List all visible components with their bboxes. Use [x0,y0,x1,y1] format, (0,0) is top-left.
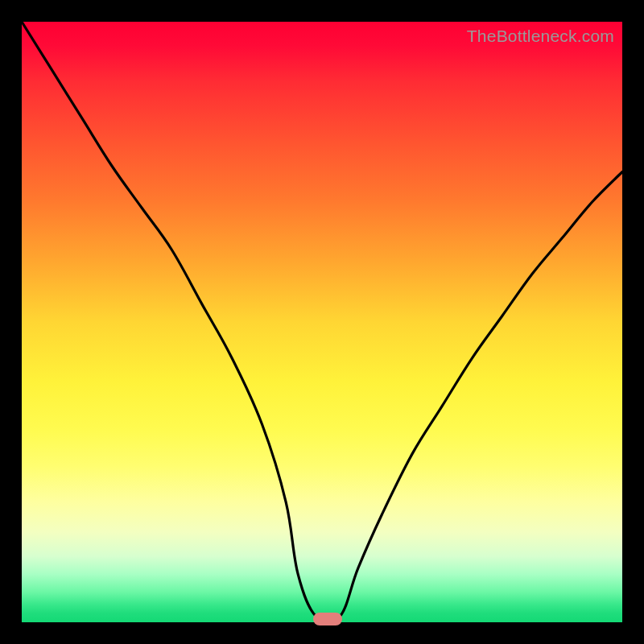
bottleneck-curve [22,22,622,622]
chart-frame: TheBottleneck.com [0,0,644,644]
plot-area: TheBottleneck.com [22,22,622,622]
curve-path [22,22,622,622]
optimal-marker [313,613,342,625]
